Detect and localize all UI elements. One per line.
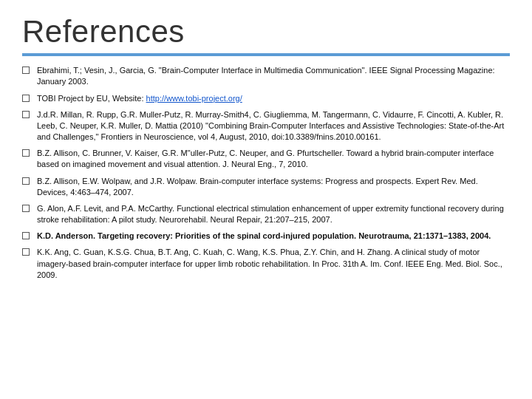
ref-text: Ebrahimi, T.; Vesin, J., Garcia, G. "Bra…	[37, 65, 510, 87]
checkbox-icon	[22, 248, 30, 256]
list-item: Ebrahimi, T.; Vesin, J., Garcia, G. "Bra…	[22, 65, 510, 87]
ref-text: K.D. Anderson. Targeting recovery: Prior…	[37, 231, 510, 242]
ref-text-before: TOBI Project by EU, Website:	[37, 94, 146, 103]
page: References Ebrahimi, T.; Vesin, J., Garc…	[0, 0, 532, 399]
list-item: K.K. Ang, C. Guan, K.S.G. Chua, B.T. Ang…	[22, 247, 510, 281]
checkbox-icon	[22, 66, 30, 74]
checkbox-icon	[22, 149, 30, 157]
ref-text: B.Z. Allison, E.W. Wolpaw, and J.R. Wolp…	[37, 176, 510, 198]
ref-link[interactable]: http://www.tobi-project.org/	[146, 94, 242, 103]
checkbox-icon	[22, 232, 30, 239]
list-item: B.Z. Allison, E.W. Wolpaw, and J.R. Wolp…	[22, 176, 510, 198]
list-item: G. Alon, A.F. Levit, and P.A. McCarthy. …	[22, 203, 510, 225]
title-underline	[22, 53, 510, 56]
ref-text: G. Alon, A.F. Levit, and P.A. McCarthy. …	[37, 203, 510, 225]
ref-text: J.d.R. Millan, R. Rupp, G.R. Muller-Putz…	[37, 109, 510, 143]
checkbox-icon	[22, 177, 30, 185]
list-item: B.Z. Allison, C. Brunner, V. Kaiser, G.R…	[22, 148, 510, 170]
references-list: Ebrahimi, T.; Vesin, J., Garcia, G. "Bra…	[22, 65, 510, 281]
ref-text: TOBI Project by EU, Website: http://www.…	[37, 93, 510, 104]
ref-text: B.Z. Allison, C. Brunner, V. Kaiser, G.R…	[37, 148, 510, 170]
list-item: TOBI Project by EU, Website: http://www.…	[22, 93, 510, 104]
list-item: J.d.R. Millan, R. Rupp, G.R. Muller-Putz…	[22, 109, 510, 143]
ref-text: K.K. Ang, C. Guan, K.S.G. Chua, B.T. Ang…	[37, 247, 510, 281]
checkbox-icon	[22, 95, 30, 102]
list-item: K.D. Anderson. Targeting recovery: Prior…	[22, 231, 510, 242]
checkbox-icon	[22, 111, 30, 118]
page-title: References	[22, 15, 510, 49]
checkbox-icon	[22, 205, 30, 212]
